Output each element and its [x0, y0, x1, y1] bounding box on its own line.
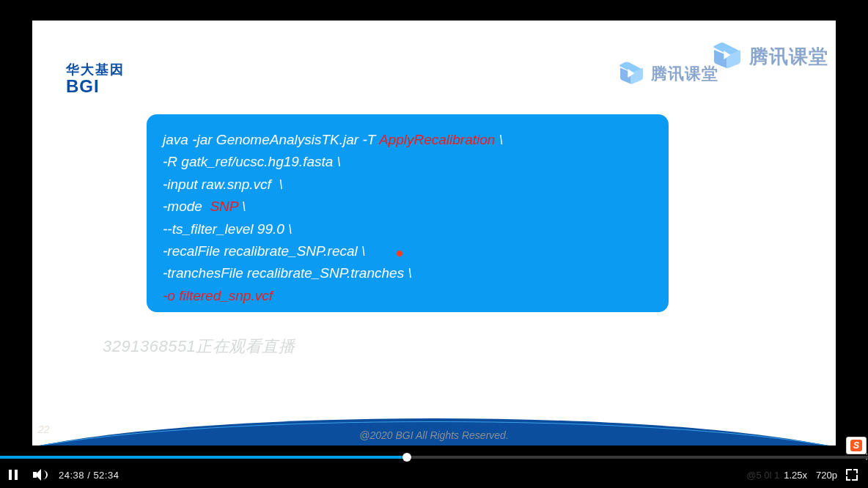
- progress-knob[interactable]: [402, 453, 411, 462]
- slide: 华大基因 BGI 腾讯课堂 腾讯课堂 java -jar GenomeAnaly…: [32, 21, 836, 446]
- tencent-watermark-text: 腾讯课堂: [749, 44, 828, 70]
- bgi-logo-en: BGI: [66, 77, 125, 95]
- player-controls: 24:38 / 52:34 @5 0l 1 1.25x 720p: [0, 462, 868, 488]
- progress-bar[interactable]: [0, 456, 868, 459]
- total-time: 52:34: [93, 470, 119, 481]
- tencent-watermark-text: 腾讯课堂: [651, 63, 718, 85]
- progress-fill: [0, 456, 407, 459]
- cmd-line-8: -o filtered_snp.vcf: [163, 285, 652, 307]
- cmd-line-7: -tranchesFile recalibrate_SNP.tranches \: [163, 262, 652, 284]
- playback-speed[interactable]: 1.25x: [784, 470, 807, 481]
- fullscreen-button[interactable]: [846, 469, 858, 481]
- tencent-watermark-inner: 腾讯课堂: [616, 62, 718, 86]
- volume-button[interactable]: [26, 462, 53, 488]
- video-stage: 华大基因 BGI 腾讯课堂 腾讯课堂 java -jar GenomeAnaly…: [0, 0, 868, 488]
- copyright-text: @2020 BGI All Rights Reserved.: [32, 429, 836, 441]
- bgi-logo-cn: 华大基因: [66, 63, 125, 77]
- command-box: java -jar GenomeAnalysisTK.jar -T ApplyR…: [147, 114, 669, 312]
- cmd-line-2: -R gatk_ref/ucsc.hg19.fasta \: [163, 151, 652, 173]
- cmd-line-3: -input raw.snp.vcf \: [163, 174, 652, 196]
- right-controls: @5 0l 1 1.25x 720p: [746, 469, 868, 481]
- tencent-watermark-outer: 腾讯课堂: [710, 42, 828, 70]
- time-display: 24:38 / 52:34: [59, 470, 119, 481]
- cmd-line-4: -mode SNP \: [163, 196, 652, 218]
- tencent-cube-icon: [616, 62, 645, 86]
- ime-badge-letter: S: [850, 440, 862, 451]
- pause-icon: [9, 470, 18, 480]
- overlay-id: @5 0l 1: [746, 470, 779, 481]
- laser-pointer-icon: [396, 250, 403, 257]
- viewer-watermark: 3291368551正在观看直播: [103, 336, 295, 358]
- cmd-line-6: -recalFile recalibrate_SNP.recal \: [163, 240, 652, 262]
- cmd-line-1: java -jar GenomeAnalysisTK.jar -T ApplyR…: [163, 129, 652, 151]
- cmd-line-5: --ts_filter_level 99.0 \: [163, 218, 652, 240]
- quality-selector[interactable]: 720p: [816, 470, 837, 481]
- current-time: 24:38: [59, 470, 84, 481]
- bgi-logo: 华大基因 BGI: [66, 63, 125, 95]
- pause-button[interactable]: [0, 462, 26, 488]
- ime-badge[interactable]: S: [846, 437, 867, 454]
- volume-icon: [33, 469, 46, 481]
